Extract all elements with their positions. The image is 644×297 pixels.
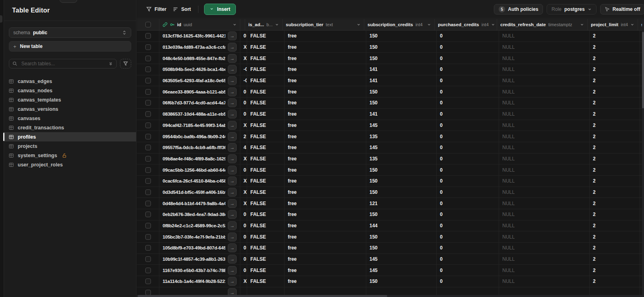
cell-clipped[interactable]: X — [240, 187, 247, 198]
cell-is-admin[interactable]: FALSE — [247, 64, 285, 75]
cell-project-limit[interactable]: 2 — [590, 142, 640, 153]
cell-project-limit[interactable]: 2 — [590, 120, 640, 131]
row-checkbox[interactable] — [145, 278, 151, 284]
cell-is-admin[interactable]: FALSE — [247, 164, 285, 175]
sidebar-table-item[interactable]: canvas_nodes — [4, 86, 136, 95]
new-table-button[interactable]: + New table — [9, 41, 131, 52]
cell-clipped[interactable]: 0 — [240, 109, 247, 120]
cell-subscription-credits[interactable]: 145 — [366, 120, 437, 131]
cell-subscription-credits[interactable]: 150 — [366, 86, 437, 97]
cell-is-admin[interactable]: FALSE — [247, 42, 285, 53]
cell-credits-refresh-date[interactable]: NULL — [499, 86, 590, 97]
vertical-scrollbar-thumb[interactable] — [642, 32, 644, 108]
cell-is-admin[interactable]: FALSE — [247, 131, 285, 142]
cell-subscription-credits[interactable] — [366, 287, 437, 295]
chevron-down-icon[interactable] — [580, 21, 584, 28]
sidebar-table-item[interactable]: projects — [4, 141, 136, 151]
cell-id[interactable]: 1167e930-e5b0-43b7-b74c-788c9... → — [159, 265, 240, 276]
cell-id[interactable]: 0d48e4d4-b1bf-4479-9a8b-4a4b... → — [159, 198, 240, 209]
cell-subscription-credits[interactable]: 145 — [366, 142, 437, 153]
row-checkbox[interactable] — [145, 145, 151, 150]
cell-subscription-credits[interactable]: 150 — [366, 231, 437, 242]
cell-subscription-credits[interactable]: 135 — [366, 131, 437, 142]
expand-row-button[interactable]: → — [228, 121, 237, 130]
cell-credits-refresh-date[interactable] — [499, 287, 590, 295]
realtime-toggle-button[interactable]: Realtime off — [600, 4, 644, 15]
cell-is-admin[interactable]: FALSE — [247, 31, 285, 42]
cell-purchased-credits[interactable]: 0 — [437, 209, 499, 220]
cell-subscription-tier[interactable]: free — [285, 164, 366, 175]
cell-subscription-tier[interactable]: free — [285, 209, 366, 220]
cell-purchased-credits[interactable]: 0 — [437, 120, 499, 131]
cell-is-admin[interactable]: FALSE — [247, 276, 285, 287]
cell-id[interactable]: 013e039a-fd89-473a-a3c6-ccfa9... → — [159, 42, 240, 53]
cell-is-admin[interactable]: FALSE — [247, 243, 285, 253]
sidebar-table-item[interactable]: canvas_templates — [4, 95, 136, 104]
cell-is-admin[interactable]: FALSE — [247, 265, 285, 276]
schema-select[interactable]: schema public — [9, 27, 131, 38]
cell-project-limit[interactable]: 2 — [590, 209, 640, 220]
expand-row-button[interactable]: → — [228, 221, 237, 230]
cell-credits-refresh-date[interactable]: NULL — [499, 142, 590, 153]
cell-purchased-credits[interactable]: 0 — [437, 198, 499, 209]
cell-credits-refresh-date[interactable]: NULL — [499, 120, 590, 131]
cell-purchased-credits[interactable]: 0 — [437, 131, 499, 142]
sidebar-filter-button[interactable] — [120, 59, 131, 69]
row-checkbox[interactable] — [145, 223, 151, 228]
expand-row-button[interactable]: → — [228, 266, 237, 275]
cell-is-admin[interactable]: FALSE — [247, 198, 285, 209]
cell-id[interactable]: 048c4e50-b989-455e-847e-fb2f... → — [159, 53, 240, 64]
expand-row-button[interactable]: → — [228, 199, 237, 208]
cell-subscription-credits[interactable]: 150 — [366, 187, 437, 198]
cell-subscription-tier[interactable]: free — [285, 31, 366, 42]
cell-project-limit[interactable]: 2 — [590, 75, 640, 86]
cell-is-admin[interactable]: FALSE — [247, 120, 285, 131]
row-checkbox[interactable] — [145, 178, 151, 184]
cell-project-limit[interactable]: 2 — [590, 42, 640, 53]
cell-project-limit[interactable]: 2 — [590, 53, 640, 64]
cell-credits-refresh-date[interactable]: NULL — [499, 53, 590, 64]
cell-subscription-credits[interactable]: 144 — [366, 220, 437, 231]
cell-subscription-credits[interactable]: 150 — [366, 42, 437, 53]
cell-credits-refresh-date[interactable]: NULL — [499, 187, 590, 198]
cell-id[interactable]: 10b99c1f-4857-4c39-a8b1-263b8... → — [159, 254, 240, 265]
cell-project-limit[interactable]: 2 — [590, 131, 640, 142]
cell-subscription-credits[interactable]: 150 — [366, 276, 437, 287]
expand-row-button[interactable]: → — [228, 110, 237, 118]
cell-is-admin[interactable]: FALSE — [247, 209, 285, 220]
row-checkbox[interactable] — [145, 167, 151, 173]
expand-row-button[interactable]: → — [228, 76, 237, 85]
cell-id[interactable]: 06f6b7d3-977d-4cd0-acd4-4a78... → — [159, 98, 240, 108]
cell-clipped[interactable]: X — [240, 176, 247, 187]
row-checkbox[interactable] — [145, 268, 151, 273]
cell-subscription-tier[interactable]: free — [285, 154, 366, 164]
cell-id[interactable]: 09544b0c-ba9b-496a-9b09-244... → — [159, 131, 240, 142]
sort-button[interactable]: Sort — [169, 4, 194, 15]
cell-id[interactable]: 094caf42-7185-4e45-99f3-14abee... → — [159, 120, 240, 131]
cell-clipped[interactable]: 0 — [240, 209, 247, 220]
row-checkbox[interactable] — [145, 290, 151, 295]
cell-project-limit[interactable]: 2 — [590, 276, 640, 287]
cell-subscription-tier[interactable]: free — [285, 98, 366, 108]
cell-is-admin[interactable] — [247, 287, 285, 295]
row-checkbox[interactable] — [145, 78, 151, 83]
chevron-down-icon[interactable] — [427, 21, 431, 28]
cell-id[interactable]: 0d3d541d-bf5c-459f-a406-16b93... → — [159, 187, 240, 198]
cell-credits-refresh-date[interactable]: NULL — [499, 109, 590, 120]
cell-clipped[interactable]: 0 — [240, 243, 247, 253]
column-header-is-admin[interactable]: is_ad... b... — [245, 19, 283, 30]
cell-id[interactable]: 0cac6fca-26cf-4510-84ba-c4580... → — [159, 176, 240, 187]
select-all-checkbox[interactable] — [145, 22, 151, 27]
sidebar-table-item[interactable]: canvas_edges — [4, 77, 136, 86]
insert-button[interactable]: Insert — [204, 4, 236, 15]
cell-is-admin[interactable]: FALSE — [247, 176, 285, 187]
expand-row-button[interactable]: → — [228, 277, 237, 286]
cell-clipped[interactable]: X — [240, 276, 247, 287]
cell-project-limit[interactable]: 2 — [590, 109, 640, 120]
collapse-chevrons-icon[interactable] — [108, 61, 113, 66]
cell-project-limit[interactable]: 2 — [590, 231, 640, 242]
cell-clipped[interactable]: X — [240, 120, 247, 131]
row-checkbox[interactable] — [145, 89, 151, 95]
cell-clipped[interactable]: 0 — [240, 164, 247, 175]
expand-row-button[interactable]: → — [228, 31, 237, 40]
